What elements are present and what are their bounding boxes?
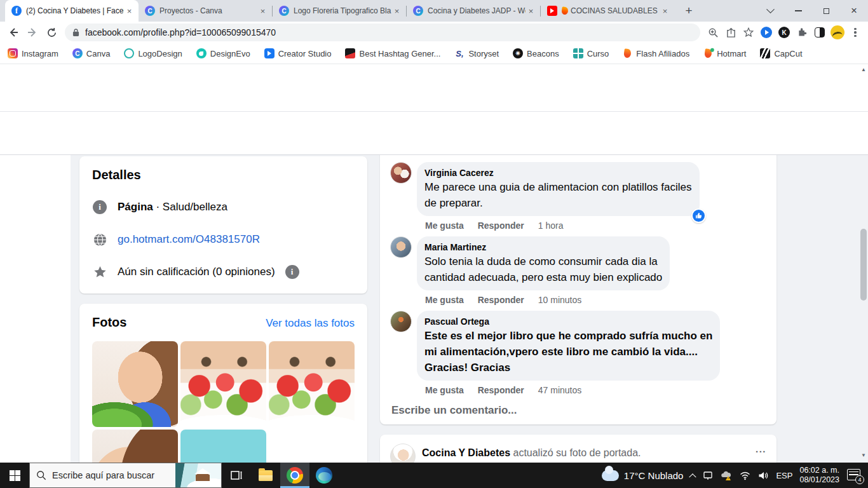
like-button[interactable]: Me gusta (425, 385, 464, 395)
photo-thumbnail[interactable] (92, 341, 178, 427)
address-bar[interactable]: facebook.com/profile.php?id=100065099015… (65, 24, 700, 41)
volume-icon[interactable] (757, 470, 769, 481)
photo-thumbnail[interactable] (180, 430, 266, 463)
weather-widget[interactable]: 17°C Nublado (602, 470, 684, 481)
bookmark-creator-studio[interactable]: Creator Studio (264, 48, 332, 58)
bookmark-designevo[interactable]: DesignEvo (196, 48, 250, 58)
back-button[interactable] (4, 23, 23, 42)
chrome-menu-icon[interactable] (846, 24, 864, 41)
wireless-display-icon[interactable] (702, 470, 714, 481)
action-center-button[interactable]: 4 (846, 468, 862, 482)
action-center-badge: 4 (855, 475, 864, 484)
commenter-avatar[interactable] (390, 311, 412, 332)
photo-thumbnail[interactable] (180, 341, 266, 427)
canva-favicon-icon (413, 6, 423, 16)
share-icon[interactable] (722, 24, 740, 41)
extension-video-icon[interactable] (757, 24, 775, 41)
scrollbar-down-arrow[interactable]: ▼ (861, 452, 866, 458)
tab-canva-proyectos[interactable]: Proyectos - Canva × (139, 0, 272, 22)
info-icon: i (92, 200, 107, 215)
like-button[interactable]: Me gusta (425, 295, 464, 305)
comment-pascual: Pascual Ortega Este es el mejor libro qu… (390, 311, 766, 395)
bookmark-beacons[interactable]: ✳Beacons (513, 48, 559, 58)
show-hidden-icons-chevron[interactable] (689, 473, 696, 480)
tab-close-icon[interactable]: × (526, 6, 536, 17)
chrome-button[interactable] (280, 463, 309, 488)
extension-k-icon[interactable]: K (775, 24, 793, 41)
storyset-icon: S, (454, 48, 465, 58)
bookmark-capcut[interactable]: CapCut (760, 48, 802, 58)
scrollbar-thumb[interactable] (860, 229, 867, 301)
hotmart-flame-icon (704, 48, 712, 58)
bookmark-curso[interactable]: Curso (573, 48, 609, 58)
tab-close-icon[interactable]: × (660, 6, 670, 17)
comment-text: Solo tenia la duda de como consumir cada… (424, 254, 662, 285)
reload-button[interactable] (42, 23, 61, 42)
tab-youtube-cocinas[interactable]: COCINAS SALUDABLES pa × (541, 0, 674, 22)
tab-close-icon[interactable]: × (124, 6, 135, 17)
comment-timestamp[interactable]: 1 hora (538, 220, 564, 231)
website-link[interactable]: go.hotmart.com/O48381570R (118, 233, 260, 246)
clock[interactable]: 06:02 a. m. 08/01/2023 (799, 466, 839, 485)
instagram-icon (8, 48, 18, 58)
see-all-photos-link[interactable]: Ver todas las fotos (266, 317, 355, 330)
rating-info-icon[interactable]: i (285, 265, 299, 279)
reply-button[interactable]: Responder (478, 220, 524, 231)
bookmark-star-icon[interactable] (740, 24, 757, 41)
photo-thumbnail[interactable] (269, 341, 355, 427)
bookmark-flash-afiliados[interactable]: Flash Afiliados (623, 49, 689, 58)
close-window-button[interactable]: × (840, 0, 868, 22)
bookmark-storyset[interactable]: S,Storyset (454, 48, 499, 58)
comment-author[interactable]: Virginia Cacerez (424, 167, 692, 179)
comment-author[interactable]: Maria Martinez (424, 241, 662, 254)
edge-button[interactable] (309, 463, 339, 488)
tab-canva-cocina-diabetes[interactable]: Cocina y Diabetes JADP - We × (407, 0, 540, 22)
commenter-avatar[interactable] (390, 162, 412, 184)
tab-title: COCINAS SALUDABLES pa (571, 6, 660, 15)
forward-button[interactable] (23, 23, 42, 42)
like-reaction-badge[interactable] (691, 208, 706, 223)
cloud-icon (602, 470, 619, 481)
task-view-button[interactable] (222, 463, 251, 488)
tab-close-icon[interactable]: × (391, 6, 402, 17)
tab-search-caret-icon[interactable] (756, 0, 784, 22)
post-author[interactable]: Cocina Y Diabetes (422, 447, 510, 458)
restore-window-button[interactable] (812, 0, 840, 22)
extensions-puzzle-icon[interactable] (793, 24, 811, 41)
zoom-icon[interactable] (704, 24, 722, 41)
post-more-button[interactable]: ... (756, 444, 766, 454)
new-tab-button[interactable]: + (680, 2, 698, 20)
page-content: Detalles i Página · Salud/belleza go.hot… (0, 155, 868, 463)
language-indicator[interactable]: ESP (776, 471, 792, 480)
bookmark-hotmart[interactable]: Hotmart (703, 49, 746, 58)
browser-profile-avatar[interactable] (829, 24, 846, 41)
post-author-avatar[interactable] (390, 444, 416, 463)
bookmark-logodesign[interactable]: LogoDesign (124, 48, 182, 58)
photo-thumbnail[interactable] (92, 430, 178, 463)
minimize-button[interactable] (784, 0, 812, 22)
start-button[interactable] (0, 463, 29, 488)
comment-timestamp[interactable]: 10 minutos (538, 295, 581, 305)
wifi-icon[interactable] (739, 470, 750, 481)
tab-canva-logo-floreria[interactable]: Logo Floreria Tipografico Bla × (273, 0, 406, 22)
comment-author[interactable]: Pascual Ortega (424, 316, 712, 328)
tab-facebook[interactable]: (2) Cocina Y Diabetes | Faceb × (5, 0, 139, 22)
comment-timestamp[interactable]: 47 minutos (538, 385, 581, 395)
taskbar-search-box[interactable]: Escribe aquí para buscar (29, 463, 222, 488)
comment-input[interactable]: Escribe un comentario... (391, 404, 766, 417)
onedrive-warning-icon[interactable] (721, 470, 732, 481)
file-explorer-button[interactable] (251, 463, 280, 488)
bookmark-best-hashtag[interactable]: Best Hashtag Gener... (345, 48, 440, 58)
extension-darkmode-icon[interactable] (811, 24, 829, 41)
like-button[interactable]: Me gusta (425, 220, 464, 231)
bookmark-canva[interactable]: CCanva (72, 48, 111, 58)
scrollbar-up-arrow[interactable]: ▲ (861, 67, 866, 72)
reply-button[interactable]: Responder (478, 295, 524, 305)
reply-button[interactable]: Responder (478, 385, 524, 395)
tab-close-icon[interactable]: × (257, 6, 268, 17)
search-highlight-art[interactable] (175, 463, 221, 487)
commenter-avatar[interactable] (390, 236, 412, 258)
flame-emoji-icon (561, 6, 569, 15)
bookmark-instagram[interactable]: Instagram (8, 48, 58, 58)
window-controls: × (756, 0, 868, 22)
